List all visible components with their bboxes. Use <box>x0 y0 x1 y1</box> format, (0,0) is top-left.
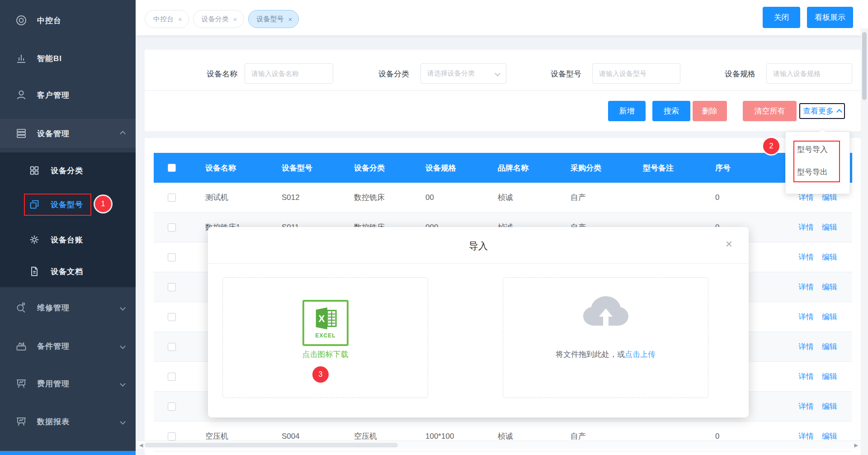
menu-item-型号导出[interactable]: 型号导出 <box>786 161 849 184</box>
category-grid-icon <box>29 165 40 176</box>
row-checkbox[interactable] <box>168 253 176 261</box>
column-header: 序号 <box>700 153 772 183</box>
add-button[interactable]: 新增 <box>608 101 646 121</box>
sidebar-item-bi[interactable]: 智能BI <box>0 44 136 73</box>
filter-label-device-category: 设备分类 <box>348 64 409 84</box>
device-name-input-field[interactable] <box>251 70 326 77</box>
tab-close-icon[interactable]: × <box>178 15 182 23</box>
row-detail-link[interactable]: 详情 <box>798 312 814 322</box>
tab-close-icon[interactable]: × <box>288 15 292 23</box>
chevron-down-icon <box>120 343 126 349</box>
tab-设备型号[interactable]: 设备型号× <box>248 10 299 28</box>
excel-label: EXCEL <box>315 332 335 339</box>
row-edit-link[interactable]: 编辑 <box>822 312 837 322</box>
row-checkbox[interactable] <box>168 194 176 202</box>
upload-drop-area[interactable]: 将文件拖到此处，或点击上传 <box>503 277 708 398</box>
row-edit-link[interactable]: 编辑 <box>822 282 837 292</box>
sidebar-item-device-ledger[interactable]: 设备台账 <box>0 226 136 253</box>
device-name-input[interactable] <box>245 63 333 84</box>
row-detail-link[interactable]: 详情 <box>798 341 814 352</box>
horizontal-scroll-thumb[interactable] <box>145 443 398 447</box>
row-edit-link[interactable]: 编辑 <box>822 222 837 232</box>
view-more-label: 查看更多 <box>803 106 834 116</box>
select-all-checkbox[interactable] <box>168 164 176 172</box>
row-edit-link[interactable]: 编辑 <box>822 401 837 412</box>
expense-board-icon <box>15 378 27 389</box>
sidebar-item-expense[interactable]: 费用管理 <box>0 369 136 398</box>
scroll-left-icon[interactable]: ◀ <box>139 442 143 448</box>
menu-item-型号导入[interactable]: 型号导入 <box>786 138 849 161</box>
tab-设备分类[interactable]: 设备分类× <box>193 10 244 28</box>
sidebar-item-repair[interactable]: 维修管理 <box>0 293 136 322</box>
row-detail-link[interactable]: 详情 <box>798 431 814 441</box>
ledger-gear-icon <box>29 234 40 245</box>
clear-all-button[interactable]: 清空所有 <box>743 101 797 121</box>
report-board-icon <box>15 416 27 427</box>
upload-text: 将文件拖到此处，或 <box>556 350 625 359</box>
sidebar-item-device-category[interactable]: 设备分类 <box>0 157 136 184</box>
row-edit-link[interactable]: 编辑 <box>822 341 837 352</box>
device-category-select-placeholder: 请选择设备分类 <box>427 69 493 78</box>
vertical-scroll-thumb[interactable] <box>862 32 867 100</box>
device-model-input[interactable] <box>592 63 680 84</box>
chevron-down-icon <box>120 419 126 425</box>
row-checkbox[interactable] <box>168 223 176 232</box>
equipment-icon <box>15 128 27 139</box>
row-checkbox[interactable] <box>168 373 176 381</box>
horizontal-scrollbar[interactable]: ◀ ▶ <box>137 441 861 449</box>
sidebar-item-console[interactable]: 中控台 <box>0 6 136 35</box>
delete-button[interactable]: 删除 <box>693 101 727 121</box>
row-detail-link[interactable]: 详情 <box>798 222 814 232</box>
row-checkbox[interactable] <box>168 343 176 351</box>
sidebar-item-equipment[interactable]: 设备管理 <box>0 119 136 148</box>
tab-label: 中控台 <box>153 15 174 24</box>
vertical-scrollbar[interactable] <box>861 28 868 455</box>
device-spec-input[interactable] <box>766 63 852 84</box>
download-hint-text[interactable]: 点击图标下载 <box>223 349 428 360</box>
bi-chart-icon <box>15 52 27 64</box>
row-edit-link[interactable]: 编辑 <box>822 371 837 382</box>
row-detail-link[interactable]: 详情 <box>798 282 814 292</box>
table-cell: 0 <box>700 183 772 212</box>
sidebar-item-spare-parts[interactable]: 备件管理 <box>0 332 136 360</box>
scroll-right-icon[interactable]: ▶ <box>854 442 858 448</box>
model-copy-icon <box>29 199 40 210</box>
column-header: 采购分类 <box>555 153 627 183</box>
search-button[interactable]: 搜索 <box>652 101 690 121</box>
row-checkbox[interactable] <box>168 313 176 321</box>
view-more-link[interactable]: 查看更多 <box>799 103 845 119</box>
repair-icon <box>15 302 27 313</box>
row-detail-link[interactable]: 详情 <box>798 371 814 382</box>
upload-hint-text: 将文件拖到此处，或点击上传 <box>503 349 708 360</box>
sidebar-bottom-strip <box>0 451 136 455</box>
tab-中控台[interactable]: 中控台× <box>145 10 189 28</box>
row-detail-link[interactable]: 详情 <box>798 252 814 262</box>
sidebar: 中控台 智能BI 客户管理 设备管理 设备分类 设备型号 <box>0 0 136 455</box>
row-edit-link[interactable]: 编辑 <box>822 252 837 262</box>
column-header: 设备型号 <box>266 153 339 183</box>
row-checkbox[interactable] <box>168 432 176 441</box>
upload-link[interactable]: 点击上传 <box>625 350 656 359</box>
tab-label: 设备型号 <box>257 15 284 24</box>
device-model-input-field[interactable] <box>599 70 674 77</box>
sidebar-item-device-docs[interactable]: 设备文档 <box>0 258 136 285</box>
device-spec-input-field[interactable] <box>773 70 845 77</box>
row-checkbox[interactable] <box>168 403 176 411</box>
device-category-select[interactable]: 请选择设备分类 <box>420 63 506 84</box>
close-button[interactable]: 关闭 <box>763 7 800 28</box>
sidebar-item-customers[interactable]: 客户管理 <box>0 81 136 109</box>
chevron-down-icon <box>120 381 126 387</box>
sidebar-item-device-model[interactable]: 设备型号 <box>0 191 136 218</box>
table-cell: 自产 <box>555 183 627 212</box>
tab-label: 设备分类 <box>202 15 229 24</box>
row-edit-link[interactable]: 编辑 <box>822 431 837 441</box>
row-checkbox[interactable] <box>168 283 176 291</box>
excel-download-icon[interactable]: X EXCEL <box>302 300 349 346</box>
row-detail-link[interactable]: 详情 <box>798 401 814 412</box>
sidebar-item-reports[interactable]: 数据报表 <box>0 407 136 436</box>
console-icon <box>15 14 27 26</box>
modal-close-icon[interactable]: × <box>726 238 732 250</box>
annotation-badge-1: 1 <box>95 196 111 212</box>
board-display-button[interactable]: 看板展示 <box>807 7 853 28</box>
tab-close-icon[interactable]: × <box>233 15 237 23</box>
